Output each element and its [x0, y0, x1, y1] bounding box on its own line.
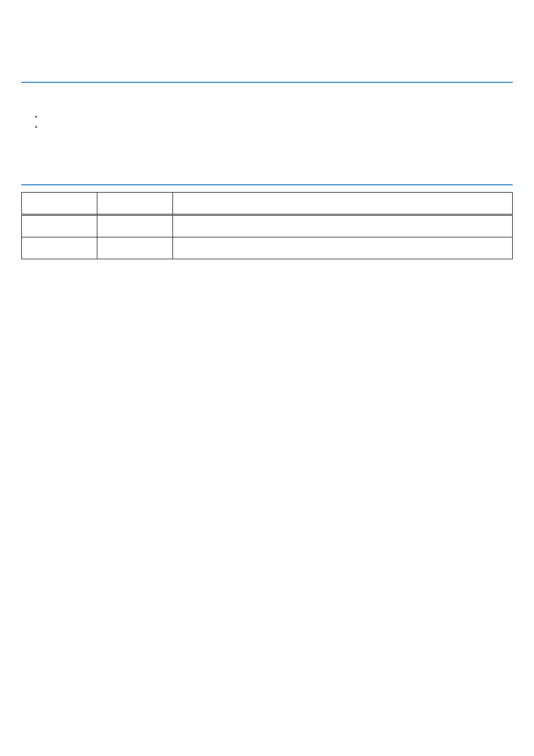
table-cell: [22, 214, 97, 237]
list-item: [43, 122, 513, 130]
bullet-list: [43, 112, 513, 130]
table-header-cell: [22, 192, 97, 214]
list-item: [43, 112, 513, 120]
table-cell: [173, 214, 513, 237]
section-rule-top: [21, 82, 513, 83]
section-rule-second: [21, 184, 513, 185]
table-header-cell: [97, 192, 173, 214]
table-header-row: [22, 192, 513, 214]
table-cell: [97, 214, 173, 237]
table-row: [22, 214, 513, 237]
table-row: [22, 237, 513, 259]
table-cell: [173, 237, 513, 259]
table-cell: [97, 237, 173, 259]
table-header-cell: [173, 192, 513, 214]
table-cell: [22, 237, 97, 259]
data-table: [21, 192, 513, 259]
